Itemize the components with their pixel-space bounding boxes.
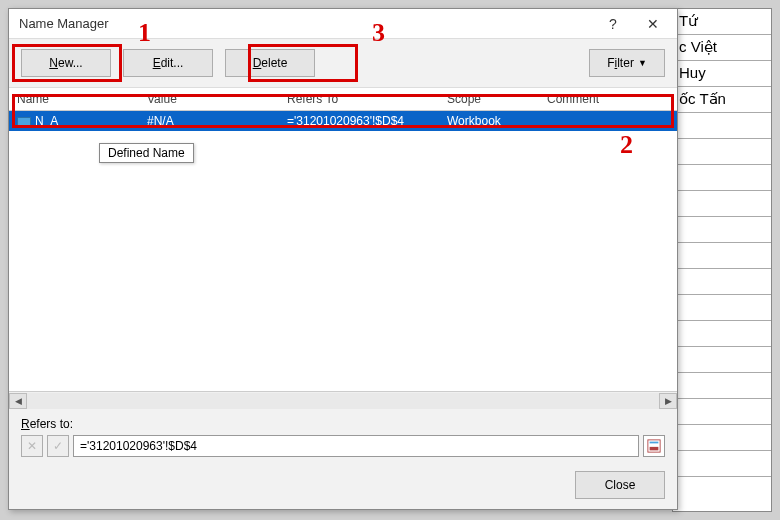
sheet-cell xyxy=(673,347,771,373)
list-body[interactable]: N_A #N/A ='31201020963'!$D$4 Workbook De… xyxy=(9,111,677,391)
refers-to-input[interactable] xyxy=(73,435,639,457)
new-button[interactable]: New... xyxy=(21,49,111,77)
sheet-cell xyxy=(673,269,771,295)
list-row[interactable]: N_A #N/A ='31201020963'!$D$4 Workbook xyxy=(9,111,677,131)
row-value: #N/A xyxy=(139,114,279,128)
sheet-cell xyxy=(673,373,771,399)
dialog-title: Name Manager xyxy=(19,16,593,31)
sheet-cell: c Việt xyxy=(673,35,771,61)
row-refers: ='31201020963'!$D$4 xyxy=(279,114,439,128)
col-header-value[interactable]: Value xyxy=(139,88,279,110)
row-scope: Workbook xyxy=(439,114,539,128)
col-header-comment[interactable]: Comment xyxy=(539,88,677,110)
titlebar: Name Manager ? ✕ xyxy=(9,9,677,39)
sheet-cell xyxy=(673,113,771,139)
sheet-cell xyxy=(673,191,771,217)
scroll-track[interactable] xyxy=(27,393,659,409)
sheet-cell xyxy=(673,217,771,243)
sheet-cell xyxy=(673,321,771,347)
sheet-cell xyxy=(673,243,771,269)
col-header-refers[interactable]: Refers To xyxy=(279,88,439,110)
sheet-cell xyxy=(673,295,771,321)
sheet-cell xyxy=(673,399,771,425)
close-button[interactable]: Close xyxy=(575,471,665,499)
collapse-icon xyxy=(647,439,661,453)
name-manager-dialog: Name Manager ? ✕ New... Edit... Delete F… xyxy=(8,8,678,510)
refers-to-section: Refers to: ✕ ✓ xyxy=(9,409,677,461)
accept-edit-button[interactable]: ✓ xyxy=(47,435,69,457)
filter-button[interactable]: Filter▼ xyxy=(589,49,665,77)
horizontal-scrollbar[interactable]: ◀ ▶ xyxy=(9,391,677,409)
refers-to-label: Refers to: xyxy=(21,417,665,431)
tooltip: Defined Name xyxy=(99,143,194,163)
svg-rect-1 xyxy=(650,447,659,451)
dialog-footer: Close xyxy=(9,461,677,509)
row-name: N_A xyxy=(35,114,58,128)
background-spreadsheet: Tứ c Việt Huy ốc Tấn xyxy=(672,8,772,512)
sheet-cell xyxy=(673,165,771,191)
sheet-cell: Tứ xyxy=(673,9,771,35)
help-button[interactable]: ? xyxy=(593,10,633,38)
toolbar: New... Edit... Delete Filter▼ xyxy=(9,39,677,88)
chevron-down-icon: ▼ xyxy=(638,58,647,68)
col-header-name[interactable]: Name xyxy=(9,88,139,110)
names-list: Name Value Refers To Scope Comment N_A #… xyxy=(9,88,677,409)
cancel-edit-button[interactable]: ✕ xyxy=(21,435,43,457)
sheet-cell xyxy=(673,451,771,477)
sheet-cell xyxy=(673,425,771,451)
scroll-right-icon[interactable]: ▶ xyxy=(659,393,677,409)
sheet-cell: Huy xyxy=(673,61,771,87)
sheet-cell xyxy=(673,139,771,165)
col-header-scope[interactable]: Scope xyxy=(439,88,539,110)
scroll-left-icon[interactable]: ◀ xyxy=(9,393,27,409)
delete-button[interactable]: Delete xyxy=(225,49,315,77)
edit-button[interactable]: Edit... xyxy=(123,49,213,77)
name-icon xyxy=(17,117,31,127)
sheet-cell: ốc Tấn xyxy=(673,87,771,113)
list-header: Name Value Refers To Scope Comment xyxy=(9,88,677,111)
collapse-dialog-button[interactable] xyxy=(643,435,665,457)
close-icon[interactable]: ✕ xyxy=(633,10,673,38)
svg-rect-2 xyxy=(650,442,659,444)
